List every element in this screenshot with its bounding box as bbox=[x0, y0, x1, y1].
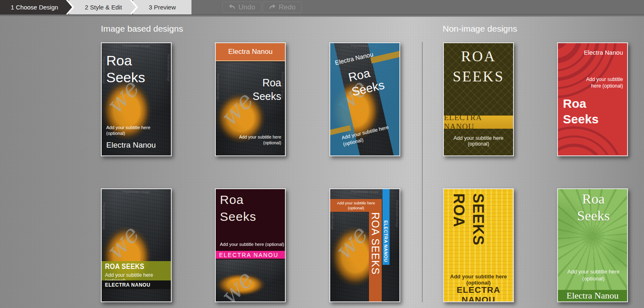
cover-author: Electra Nanou bbox=[558, 290, 627, 301]
design-thumbnail-5[interactable]: Electra Nanou Add your subtitle here (op… bbox=[557, 42, 628, 156]
cover-subtitle: Add your subtitle here (optional) bbox=[106, 125, 156, 137]
watermark-text: Placeholder image bbox=[167, 54, 170, 81]
cover-author: Electra Nanou bbox=[584, 49, 623, 56]
redo-icon bbox=[269, 4, 276, 10]
cover-title: ROA SEEKS bbox=[105, 262, 163, 271]
design-thumbnail-9[interactable]: ROASEEKS Add your subtitle here (optiona… bbox=[443, 188, 514, 302]
design-thumbnail-2[interactable]: Placeholder image Placeholder image we E… bbox=[215, 42, 286, 156]
cover-author: Electra Nanou bbox=[106, 141, 156, 150]
section-title-image-based: Image based designs bbox=[101, 24, 183, 34]
toolbar: 1 Choose Design 2 Style & Edit 3 Preview… bbox=[0, 0, 644, 14]
cover-subtitle: Add your subtitle here (optional) bbox=[562, 269, 624, 283]
step-choose-design-label: 1 Choose Design bbox=[11, 4, 58, 11]
step-style-edit[interactable]: 2 Style & Edit bbox=[69, 0, 138, 14]
orange-subtitle-band: Add your subtitle here (optional) bbox=[330, 199, 382, 212]
cover-subtitle: Add your subtitle here (optional) bbox=[333, 201, 379, 211]
step-preview[interactable]: 3 Preview bbox=[133, 0, 191, 14]
section-title-non-image: Non-image designs bbox=[443, 24, 517, 34]
cover-title: Roa Seeks bbox=[565, 191, 622, 225]
cover-title: ROA SEEKS bbox=[369, 212, 381, 275]
cover-author: ELECTRA NANOU bbox=[444, 285, 513, 302]
cover-subtitle: Add your subtitle here (optional) bbox=[236, 134, 281, 146]
cover-author: ELECTRA NANOU bbox=[102, 280, 171, 289]
step-style-edit-label: 2 Style & Edit bbox=[85, 4, 122, 11]
photo-word: we bbox=[216, 266, 258, 301]
wizard-steps: 1 Choose Design 2 Style & Edit 3 Preview bbox=[0, 0, 187, 14]
cover-author: ELECTRA NANOU bbox=[383, 220, 388, 262]
step-preview-label: 3 Preview bbox=[149, 4, 176, 11]
watermark-text: Placeholder image bbox=[216, 73, 220, 100]
design-thumbnail-1[interactable]: Placeholder image Placeholder image Plac… bbox=[101, 42, 172, 156]
design-thumbnail-8[interactable]: Placeholder image Placeholder image Plac… bbox=[329, 188, 400, 302]
design-thumbnail-7[interactable]: we Roa Seeks Add your subtitle here (opt… bbox=[215, 188, 286, 302]
cover-author: ELECTRA NANOU bbox=[216, 251, 285, 259]
cover-title: Roa Seeks bbox=[242, 76, 281, 103]
watermark-text: Placeholder image bbox=[123, 44, 150, 48]
redo-label: Redo bbox=[279, 3, 296, 12]
design-thumbnail-6[interactable]: Placeholder image Placeholder image we R… bbox=[101, 188, 172, 302]
cover-subtitle: Add your subtitle here (optional) bbox=[585, 76, 623, 89]
cover-title: ROASEEKS bbox=[449, 193, 488, 245]
watermark-text: Placeholder image bbox=[395, 200, 399, 227]
step-choose-design[interactable]: 1 Choose Design bbox=[0, 0, 74, 14]
redo-button[interactable]: Redo bbox=[263, 2, 302, 13]
cover-title: Roa Seeks bbox=[220, 192, 269, 225]
cover-author: Electra Nanou bbox=[216, 43, 285, 61]
design-thumbnail-10[interactable]: Roa Seeks Add your subtitle here (option… bbox=[557, 188, 628, 302]
cover-creator-app: 1 Choose Design 2 Style & Edit 3 Preview… bbox=[0, 0, 644, 308]
design-thumbnail-3[interactable]: Placeholder image we Electra Nanou Roa S… bbox=[329, 42, 400, 156]
watermark-text: Placeholder image bbox=[102, 57, 106, 84]
cover-title: ROASEEKS bbox=[444, 46, 513, 86]
design-thumbnail-4[interactable]: ROASEEKS ELECTRA NANOU Add your subtitle… bbox=[443, 42, 514, 156]
cover-subtitle: Add your subtitle here (optional) bbox=[220, 242, 284, 247]
photo-word: we bbox=[102, 221, 144, 266]
undo-label: Undo bbox=[238, 3, 255, 12]
cover-subtitle: Add your subtitle here (optional) bbox=[444, 135, 513, 147]
placeholder-photo: we bbox=[216, 259, 285, 301]
section-divider bbox=[422, 42, 422, 302]
cover-author: ELECTRA NANOU bbox=[444, 116, 513, 129]
cover-title: Roa Seeks bbox=[106, 52, 158, 86]
watermark-text: Placeholder image bbox=[351, 190, 378, 194]
undo-icon bbox=[229, 4, 236, 10]
toolbar-edge bbox=[0, 14, 644, 17]
watermark-text: Placeholder image bbox=[281, 72, 285, 99]
title-band: ROA SEEKS Add your subtitle here (option… bbox=[102, 261, 171, 280]
cover-subtitle: Add your subtitle here (optional) bbox=[444, 273, 513, 286]
watermark-text: Placeholder image bbox=[123, 190, 150, 194]
watermark-text: Placeholder image bbox=[102, 203, 106, 230]
photo-word: we bbox=[330, 221, 372, 266]
cover-title: Roa Seeks bbox=[563, 96, 610, 127]
undo-button[interactable]: Undo bbox=[222, 2, 261, 13]
